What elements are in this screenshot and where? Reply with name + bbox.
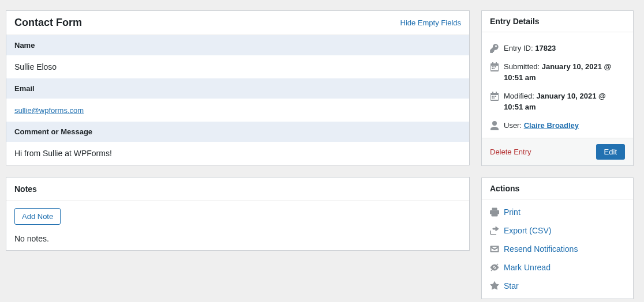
action-label: Star [504, 281, 519, 290]
user-row: User: Claire Broadley [490, 116, 625, 135]
print-icon [490, 207, 499, 217]
action-resend[interactable]: Resend Notifications [482, 240, 633, 258]
add-note-button[interactable]: Add Note [14, 208, 61, 225]
entry-details-title: Entry Details [490, 17, 540, 26]
modified-row: Modified: January 10, 2021 @ 10:51 am [490, 87, 625, 116]
contact-form-header: Contact Form Hide Empty Fields [6, 11, 469, 35]
email-link[interactable]: sullie@wpforms.com [14, 106, 84, 115]
entry-details-body: Entry ID: 17823 Submitted: January 10, 2… [482, 32, 633, 138]
notes-box: Notes Add Note No notes. [6, 177, 470, 251]
notes-empty-text: No notes. [14, 234, 461, 243]
field-label: Email [6, 78, 469, 99]
export-icon [490, 226, 499, 235]
entry-id-label: Entry ID: [504, 44, 533, 52]
action-star[interactable]: Star [482, 277, 633, 295]
submitted-row: Submitted: January 10, 2021 @ 10:51 am [490, 58, 625, 87]
form-title: Contact Form [14, 17, 82, 29]
main-column: Contact Form Hide Empty Fields Name Sull… [6, 10, 470, 302]
action-label: Mark Unread [504, 263, 551, 272]
key-icon [490, 44, 499, 53]
field-value: Hi from Sullie at WPForms! [6, 142, 469, 165]
entry-id-row: Entry ID: 17823 [490, 39, 625, 58]
entry-details-footer: Delete Entry Edit [482, 138, 633, 165]
field-value: Sullie Eloso [6, 55, 469, 78]
actions-list: Print Export (CSV) Resend Notifications … [482, 199, 633, 299]
actions-header: Actions [482, 178, 633, 199]
entry-details-box: Entry Details Entry ID: 17823 Submitted:… [481, 10, 634, 166]
user-link[interactable]: Claire Broadley [524, 121, 579, 130]
user-icon [490, 121, 499, 130]
notes-title: Notes [6, 178, 469, 201]
field-label: Name [6, 35, 469, 55]
eye-slash-icon [490, 263, 499, 272]
star-icon [490, 281, 499, 290]
actions-box: Actions Print Export (CSV) Resend Notifi… [481, 178, 634, 299]
action-mark-unread[interactable]: Mark Unread [482, 258, 633, 277]
notes-body: Add Note No notes. [6, 201, 469, 250]
calendar-icon [490, 92, 499, 101]
actions-title: Actions [490, 184, 519, 193]
calendar-icon [490, 62, 499, 71]
field-value: sullie@wpforms.com [6, 99, 469, 122]
action-label: Print [504, 207, 521, 217]
action-print[interactable]: Print [482, 203, 633, 221]
field-label: Comment or Message [6, 122, 469, 142]
delete-entry-link[interactable]: Delete Entry [490, 148, 531, 156]
hide-empty-fields-link[interactable]: Hide Empty Fields [400, 18, 461, 27]
sidebar-column: Entry Details Entry ID: 17823 Submitted:… [481, 10, 634, 302]
action-export[interactable]: Export (CSV) [482, 221, 633, 240]
action-label: Resend Notifications [504, 244, 578, 254]
modified-label: Modified: [504, 92, 534, 100]
submitted-label: Submitted: [504, 62, 540, 71]
edit-button[interactable]: Edit [596, 144, 625, 160]
action-label: Export (CSV) [504, 226, 551, 235]
mail-icon [490, 244, 499, 254]
contact-form-box: Contact Form Hide Empty Fields Name Sull… [6, 10, 470, 165]
entry-id-value: 17823 [535, 44, 556, 52]
entry-details-header: Entry Details [482, 11, 633, 32]
user-label: User: [504, 121, 522, 130]
